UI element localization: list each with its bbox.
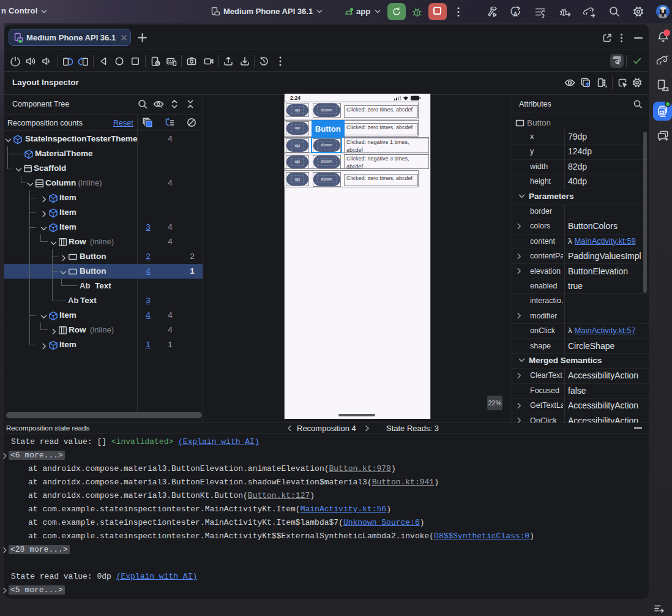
svg-text:A: A xyxy=(513,11,517,18)
